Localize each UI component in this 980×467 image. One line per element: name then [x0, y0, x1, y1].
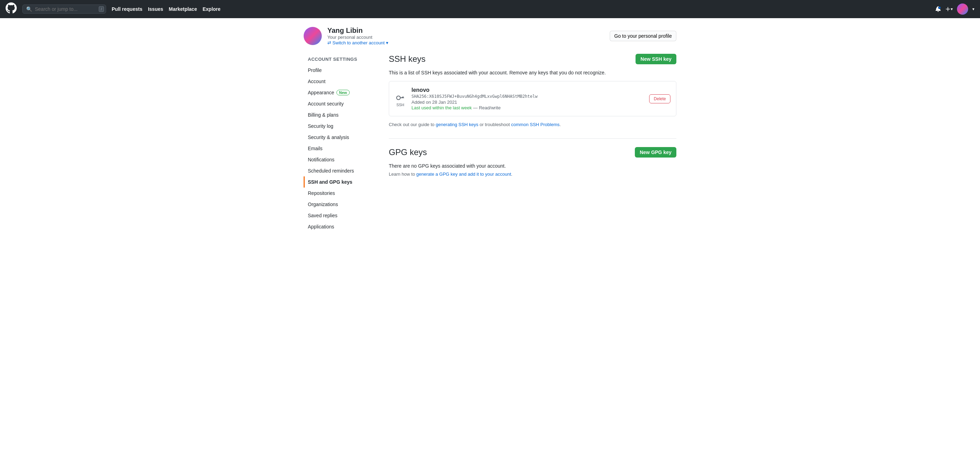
delete-ssh-key-button[interactable]: Delete	[649, 94, 670, 104]
sidebar-item-account-security[interactable]: Account security	[304, 98, 380, 109]
sidebar-item-repositories[interactable]: Repositories	[304, 188, 380, 199]
ssh-section-title: SSH keys	[389, 54, 425, 64]
main-nav: Pull requests Issues Marketplace Explore	[112, 6, 221, 12]
sidebar-item-security-log[interactable]: Security log	[304, 121, 380, 132]
nav-explore[interactable]: Explore	[202, 6, 220, 12]
appearance-new-badge: New	[336, 90, 350, 96]
navbar: 🔍 / Pull requests Issues Marketplace Exp…	[0, 0, 980, 18]
nav-issues[interactable]: Issues	[148, 6, 163, 12]
key-details: lenovo SHA256:X610SJ5FWJ+BuvuNGh4gdMLxvG…	[412, 87, 644, 110]
key-last-used: Last used within the last week	[412, 105, 472, 110]
user-sub: Your personal account	[328, 35, 604, 40]
key-fingerprint: SHA256:X610SJ5FWJ+BuvuNGh4gdMLxvGwpl6NHA…	[412, 94, 644, 99]
main-layout: Account settings Profile Account Appeara…	[304, 54, 676, 232]
user-info: Yang Libin Your personal account ⇄ Switc…	[328, 27, 604, 45]
sidebar-item-notifications[interactable]: Notifications	[304, 154, 380, 165]
sidebar-item-saved-replies[interactable]: Saved replies	[304, 210, 380, 221]
sidebar-item-security-analysis[interactable]: Security & analysis	[304, 132, 380, 143]
user-menu-chevron[interactable]: ▾	[972, 6, 974, 11]
sidebar: Account settings Profile Account Appeara…	[304, 54, 380, 232]
sidebar-item-appearance[interactable]: Appearance New	[304, 87, 380, 98]
user-name: Yang Libin	[328, 27, 604, 35]
add-button[interactable]: ▾	[945, 6, 953, 12]
add-dropdown-icon: ▾	[951, 6, 953, 11]
search-input[interactable]	[35, 6, 96, 12]
ssh-section-header: SSH keys New SSH key	[389, 54, 676, 64]
gpg-learn-text: Learn how to generate a GPG key and add …	[389, 172, 676, 177]
ssh-guide-text: Check out our guide to generating SSH ke…	[389, 122, 676, 127]
ssh-key-card: SSH lenovo SHA256:X610SJ5FWJ+BuvuNGh4gdM…	[389, 81, 676, 116]
generating-ssh-keys-link[interactable]: generating SSH keys	[436, 122, 478, 127]
user-avatar-nav[interactable]	[957, 3, 968, 15]
new-ssh-key-button[interactable]: New SSH key	[636, 54, 676, 64]
page-container: Yang Libin Your personal account ⇄ Switc…	[298, 18, 682, 241]
navbar-right: ▾ ▾	[935, 3, 974, 15]
new-gpg-key-button[interactable]: New GPG key	[635, 147, 676, 158]
key-access: — Read/write	[473, 105, 501, 110]
key-added: Added on 28 Jan 2021	[412, 100, 644, 105]
sidebar-item-organizations[interactable]: Organizations	[304, 199, 380, 210]
nav-pull-requests[interactable]: Pull requests	[112, 6, 142, 12]
user-avatar	[304, 27, 322, 45]
generate-gpg-key-link[interactable]: generate a GPG key and add it to your ac…	[416, 172, 511, 177]
svg-point-0	[396, 96, 400, 100]
ssh-key-icon: SSH	[395, 91, 406, 107]
nav-marketplace[interactable]: Marketplace	[169, 6, 197, 12]
user-header: Yang Libin Your personal account ⇄ Switc…	[304, 27, 676, 45]
search-box[interactable]: 🔍 /	[22, 5, 106, 14]
sidebar-item-applications[interactable]: Applications	[304, 221, 380, 232]
switch-account-link[interactable]: ⇄ Switch to another account ▾	[328, 40, 388, 45]
switch-icon: ⇄	[328, 40, 331, 45]
sidebar-item-profile[interactable]: Profile	[304, 65, 380, 76]
ssh-description: This is a list of SSH keys associated wi…	[389, 70, 676, 75]
key-name: lenovo	[412, 87, 644, 93]
sidebar-item-billing[interactable]: Billing & plans	[304, 109, 380, 121]
github-logo-icon[interactable]	[6, 2, 17, 16]
section-divider	[389, 138, 676, 139]
key-usage: Last used within the last week — Read/wr…	[412, 105, 644, 110]
notifications-button[interactable]	[935, 6, 941, 12]
common-ssh-problems-link[interactable]: common SSH Problems	[511, 122, 560, 127]
sidebar-item-appearance-label: Appearance	[308, 90, 334, 96]
search-icon: 🔍	[26, 6, 32, 12]
ssh-label: SSH	[396, 103, 404, 107]
sidebar-item-scheduled-reminders[interactable]: Scheduled reminders	[304, 165, 380, 176]
go-to-profile-button[interactable]: Go to your personal profile	[610, 31, 676, 41]
search-kbd: /	[99, 6, 104, 12]
gpg-section-header: GPG keys New GPG key	[389, 147, 676, 158]
sidebar-item-account[interactable]: Account	[304, 76, 380, 87]
gpg-section-title: GPG keys	[389, 147, 427, 157]
sidebar-item-emails[interactable]: Emails	[304, 143, 380, 154]
content-area: SSH keys New SSH key This is a list of S…	[389, 54, 676, 177]
sidebar-title: Account settings	[304, 54, 380, 65]
notification-dot	[938, 6, 941, 9]
sidebar-item-ssh-gpg[interactable]: SSH and GPG keys	[304, 176, 380, 188]
gpg-empty-text: There are no GPG keys associated with yo…	[389, 163, 676, 169]
